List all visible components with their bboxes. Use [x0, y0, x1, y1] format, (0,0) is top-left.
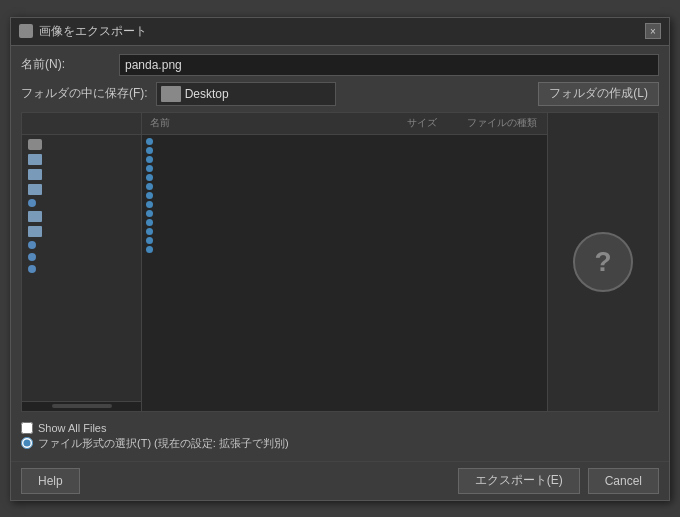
dot-icon	[28, 241, 36, 249]
help-button[interactable]: Help	[21, 468, 80, 494]
drive-icon	[28, 139, 42, 150]
file-dot-icon	[146, 246, 153, 253]
folder-icon	[28, 154, 42, 165]
center-item[interactable]	[142, 191, 547, 200]
folder-label: フォルダの中に保存(F):	[21, 85, 148, 102]
center-item[interactable]	[142, 164, 547, 173]
left-panel-header	[22, 113, 141, 135]
bottom-options: Show All Files ファイル形式の選択(T) (現在の設定: 拡張子で…	[21, 418, 659, 453]
show-all-files-label[interactable]: Show All Files	[38, 422, 106, 434]
left-item[interactable]	[22, 239, 141, 251]
file-dot-icon	[146, 210, 153, 217]
center-items-list[interactable]	[142, 135, 547, 411]
file-dot-icon	[146, 237, 153, 244]
center-item[interactable]	[142, 182, 547, 191]
close-button[interactable]: ×	[645, 23, 661, 39]
file-type-label[interactable]: ファイル形式の選択(T) (現在の設定: 拡張子で判別)	[38, 436, 289, 451]
file-dot-icon	[146, 138, 153, 145]
preview-placeholder: ?	[573, 232, 633, 292]
file-dot-icon	[146, 192, 153, 199]
col-type-header: ファイルの種類	[463, 116, 543, 130]
left-panel-items[interactable]	[22, 135, 141, 401]
left-item[interactable]	[22, 263, 141, 275]
file-browser: 名前 サイズ ファイルの種類	[21, 112, 659, 412]
file-dot-icon	[146, 219, 153, 226]
left-item[interactable]	[22, 251, 141, 263]
dot-icon	[28, 265, 36, 273]
center-item[interactable]	[142, 200, 547, 209]
footer: Help エクスポート(E) Cancel	[11, 461, 669, 500]
file-type-radio[interactable]	[21, 437, 33, 449]
left-panel	[22, 113, 142, 411]
file-dot-icon	[146, 183, 153, 190]
center-item[interactable]	[142, 245, 547, 254]
folder-icon	[28, 226, 42, 237]
center-panel: 名前 サイズ ファイルの種類	[142, 113, 548, 411]
folder-row: フォルダの中に保存(F): Desktop フォルダの作成(L)	[21, 82, 659, 106]
folder-combo[interactable]: Desktop	[156, 82, 336, 106]
col-name-header: 名前	[146, 116, 403, 130]
export-button[interactable]: エクスポート(E)	[458, 468, 580, 494]
dialog-body: 名前(N): フォルダの中に保存(F): Desktop フォルダの作成(L)	[11, 46, 669, 461]
file-dot-icon	[146, 174, 153, 181]
title-bar: 画像をエクスポート ×	[11, 18, 669, 46]
filename-input[interactable]	[119, 54, 659, 76]
dialog-icon	[19, 24, 33, 38]
left-scrollbar-thumb[interactable]	[52, 404, 112, 408]
file-dot-icon	[146, 147, 153, 154]
preview-panel: ?	[548, 113, 658, 411]
folder-name: Desktop	[185, 87, 229, 101]
export-dialog: 画像をエクスポート × 名前(N): フォルダの中に保存(F): Desktop…	[10, 17, 670, 501]
center-item[interactable]	[142, 218, 547, 227]
folder-icon	[28, 211, 42, 222]
create-folder-button[interactable]: フォルダの作成(L)	[538, 82, 659, 106]
show-all-files-checkbox[interactable]	[21, 422, 33, 434]
name-field-row: 名前(N):	[21, 54, 659, 76]
folder-icon	[28, 184, 42, 195]
center-item[interactable]	[142, 236, 547, 245]
file-dot-icon	[146, 201, 153, 208]
cancel-button[interactable]: Cancel	[588, 468, 659, 494]
left-item[interactable]	[22, 182, 141, 197]
left-item[interactable]	[22, 209, 141, 224]
dialog-title: 画像をエクスポート	[39, 23, 147, 40]
col-size-header: サイズ	[403, 116, 463, 130]
left-scrollbar-area	[22, 401, 141, 411]
center-header: 名前 サイズ ファイルの種類	[142, 113, 547, 135]
left-item[interactable]	[22, 152, 141, 167]
center-item[interactable]	[142, 146, 547, 155]
file-dot-icon	[146, 165, 153, 172]
file-dot-icon	[146, 228, 153, 235]
center-item[interactable]	[142, 209, 547, 218]
show-all-files-row: Show All Files	[21, 422, 659, 434]
dot-icon	[28, 253, 36, 261]
center-item[interactable]	[142, 227, 547, 236]
folder-icon	[28, 169, 42, 180]
center-item[interactable]	[142, 155, 547, 164]
name-label: 名前(N):	[21, 56, 111, 73]
left-item[interactable]	[22, 137, 141, 152]
left-item[interactable]	[22, 167, 141, 182]
file-type-row: ファイル形式の選択(T) (現在の設定: 拡張子で判別)	[21, 436, 659, 451]
file-dot-icon	[146, 156, 153, 163]
dot-icon	[28, 199, 36, 207]
left-item[interactable]	[22, 224, 141, 239]
left-item[interactable]	[22, 197, 141, 209]
title-bar-content: 画像をエクスポート	[19, 23, 147, 40]
center-item[interactable]	[142, 173, 547, 182]
folder-icon	[161, 86, 181, 102]
center-item[interactable]	[142, 137, 547, 146]
